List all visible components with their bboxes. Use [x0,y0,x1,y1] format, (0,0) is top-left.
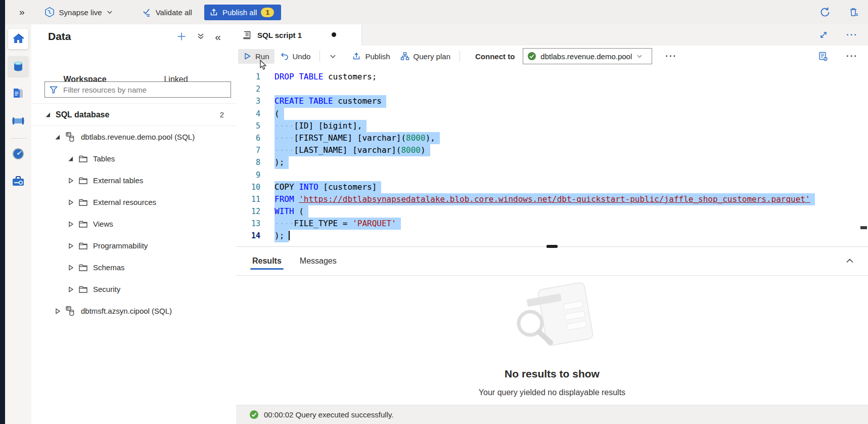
line-content: ( [275,108,284,120]
code-line-10[interactable]: 10COPY INTO [customers] [236,181,868,193]
code-line-12[interactable]: 12WITH ( [236,205,868,218]
code-line-7[interactable]: 7····[LAST_NAME] [varchar](8000) [236,144,868,156]
tree-item-sql-database[interactable]: SQL database2 [31,103,236,126]
overview-ruler-cursor-mark [860,226,867,229]
code-line-11[interactable]: 11FROM 'https://dbtlabsynapsedatalake.bl… [236,193,868,205]
line-number: 7 [236,144,260,156]
tree-item-tables[interactable]: Tables [31,148,236,169]
code-line-13[interactable]: 13····FILE_TYPE = 'PARQUET' [236,218,868,230]
code-line-8[interactable]: 8); [236,156,868,168]
code-line-2[interactable]: 2 [236,83,868,95]
folder-icon [78,154,88,163]
synapse-live-dropdown[interactable]: Synapse live [44,7,113,18]
collapse-results-icon[interactable] [845,256,855,266]
tree-item-dbtmsft-azsyn-cipool-sql[interactable]: dbtmsft.azsyn.cipool (SQL) [31,300,236,322]
code-line-3[interactable]: 3CREATE TABLE customers [236,95,868,107]
tree-collapsed-icon[interactable] [67,286,74,292]
expand-panel-icon[interactable]: » [19,7,24,18]
code-line-6[interactable]: 6····[FIRST_NAME] [varchar](8000), [236,132,868,144]
token-kw: WITH [275,206,294,216]
tab-sql-script-1[interactable]: SQL script 1 [236,24,362,46]
toolbar-more-icon[interactable]: ··· [665,51,677,61]
tree-item-views[interactable]: Views [31,213,236,235]
tree-expanded-icon[interactable] [44,112,52,118]
refresh-icon[interactable] [819,7,831,18]
tree-collapsed-icon[interactable] [67,243,74,249]
run-options-chevron[interactable] [324,50,342,63]
tree-item-external-tables[interactable]: External tables [31,169,236,191]
query-plan-button[interactable]: Query plan [395,49,455,64]
tab-more-actions-icon[interactable]: ··· [846,30,858,40]
line-number: 6 [236,132,260,144]
token-ws: ···· [275,145,294,155]
nav-integrate-button[interactable] [8,111,28,131]
tree-item-external-resources[interactable]: External resources [31,191,236,213]
tree-collapsed-icon[interactable] [67,265,74,271]
nav-manage-button[interactable] [8,171,28,191]
line-content: ····[LAST_NAME] [varchar](8000) [275,144,430,156]
nav-home-button[interactable] [8,29,28,49]
code-line-1[interactable]: 1DROP TABLE customers; [236,71,868,83]
line-number: 2 [236,83,260,95]
tree-collapsed-icon[interactable] [67,178,74,184]
nav-develop-button[interactable] [8,83,28,104]
add-resource-icon[interactable] [176,31,187,41]
tree-expanded-icon[interactable] [67,156,74,162]
tree-item-label: Views [93,220,113,228]
nav-monitor-button[interactable] [8,144,28,164]
line-content: ····[FIRST_NAME] [varchar](8000), [275,132,440,144]
collapse-panel-icon[interactable]: « [215,31,221,42]
publish-count-badge: 1 [261,8,274,17]
token-pl [294,194,299,204]
line-number: 13 [236,218,260,230]
status-message: 00:00:02 Query executed successfully. [264,410,394,419]
pool-selector-dropdown[interactable]: dbtlabs.revenue.demo.pool [523,48,652,64]
tree-item-schemas[interactable]: Schemas [31,257,236,278]
sql-code-editor[interactable]: 1DROP TABLE customers;23CREATE TABLE cus… [236,67,868,246]
line-content: FROM 'https://dbtlabsynapsedatalake.blob… [275,193,815,205]
filter-resources-input[interactable] [62,85,226,95]
token-kw: CREATE TABLE [275,96,333,106]
tree-collapsed-icon[interactable] [67,221,74,227]
token-pl: ( [294,206,304,216]
token-pl: FILE_TYPE = [294,219,353,228]
collapse-all-icon[interactable] [197,32,205,40]
line-number: 12 [236,205,260,218]
nav-data-button[interactable] [8,56,28,76]
code-line-5[interactable]: 5····[ID] [bigint], [236,120,868,132]
tree-item-dbtlabs-revenue-demo-pool-sql[interactable]: dbtlabs.revenue.demo.pool (SQL) [31,126,236,148]
code-line-4[interactable]: 4( [236,108,868,120]
code-line-14[interactable]: 14); [236,230,868,242]
play-icon [243,52,251,60]
query-status-bar: 00:00:02 Query executed successfully. [236,405,868,424]
dropdown-chevron-icon [636,53,643,60]
tree-collapsed-icon[interactable] [54,308,61,314]
top-command-bar: » Synapse live Validate all Publish all … [5,0,868,25]
editor-more-icon[interactable]: ··· [846,51,858,61]
data-panel: Data « Workspace Linked SQL database2dbt… [31,24,237,424]
token-pl: COPY [275,182,299,192]
undo-button[interactable]: Undo [275,49,316,64]
tab-results[interactable]: Results [250,249,284,273]
connected-check-icon [527,52,536,61]
publish-button[interactable]: Publish [347,49,395,64]
left-nav-rail [5,24,31,424]
token-pl: customers; [323,72,377,81]
tree-collapsed-icon[interactable] [67,199,74,205]
discard-all-icon[interactable] [848,7,859,18]
validate-all-button[interactable]: Validate all [142,7,192,17]
token-pl: [customers] [318,182,377,192]
folder-icon [78,263,88,272]
filter-resources-field[interactable] [44,81,231,98]
token-pl: [LAST_NAME] [varchar]( [294,145,401,155]
publish-all-button[interactable]: Publish all 1 [204,5,281,20]
script-properties-icon[interactable] [818,51,828,61]
tab-messages[interactable]: Messages [298,249,339,273]
expand-editor-icon[interactable] [819,30,828,39]
tree-item-security[interactable]: Security [31,278,236,300]
tree-item-programmability[interactable]: Programmability [31,235,236,257]
panel-actions: « [176,31,221,42]
tree-expanded-icon[interactable] [54,134,61,140]
publish-icon [352,52,361,61]
code-line-9[interactable]: 9 [236,169,868,181]
